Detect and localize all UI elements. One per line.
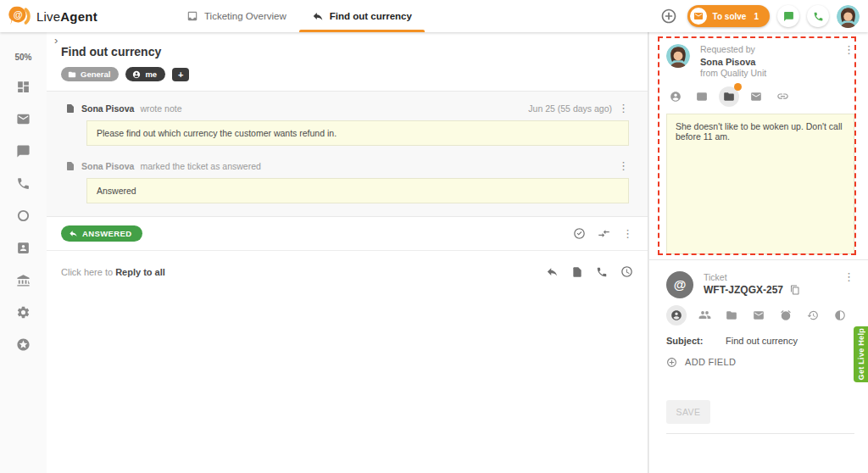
reply-icon (312, 10, 324, 22)
tag-me[interactable]: me (125, 67, 165, 81)
tab-card-icon[interactable] (693, 87, 711, 106)
clock-icon[interactable] (620, 265, 633, 278)
tab-ticketing-overview[interactable]: Ticketing Overview (174, 0, 299, 32)
topbar-actions: To solve 1 (658, 0, 860, 32)
tab-alarm-icon[interactable] (776, 306, 795, 325)
chat-button[interactable] (777, 5, 799, 27)
brand-live: Live (36, 9, 60, 24)
divider (666, 433, 854, 434)
entry-date: Jun 25 (55 days ago) (528, 103, 612, 114)
requester-header: Requested by Sona Pisova from Quality Un… (666, 44, 854, 80)
save-button[interactable]: SAVE (666, 400, 710, 424)
tab-person-icon[interactable] (666, 305, 687, 326)
tab-find-out-currency[interactable]: Find out currency (299, 0, 425, 32)
ticket-main-panel: › Find out currency General me + Sona Pi… (47, 32, 648, 473)
note-icon (65, 161, 75, 171)
tab-mail-icon[interactable] (747, 87, 765, 106)
ticket-avatar: @ (666, 271, 693, 298)
liveagent-logo[interactable]: @ LiveAgent (0, 5, 97, 27)
more-vert-icon[interactable]: ⋮ (843, 44, 854, 55)
circle-ring-icon[interactable] (16, 209, 31, 223)
more-vert-icon[interactable]: ⋮ (618, 103, 629, 114)
add-field-button[interactable]: ADD FIELD (666, 357, 854, 368)
tab-notes-icon[interactable] (722, 306, 741, 325)
star-circle-icon[interactable] (16, 337, 31, 352)
tag-label: me (145, 70, 157, 79)
to-solve-count: 1 (754, 12, 759, 21)
ticket-tabs (666, 305, 854, 326)
add-field-label: ADD FIELD (685, 357, 736, 367)
brand-text: LiveAgent (36, 9, 97, 24)
ticket-label: Ticket (704, 271, 800, 283)
more-vert-icon[interactable]: ⋮ (618, 160, 629, 171)
phone-button[interactable] (807, 5, 829, 27)
mail-icon (693, 11, 704, 21)
person-circle-icon (132, 70, 141, 79)
reply-actions (546, 265, 633, 278)
plus-circle-icon (660, 8, 677, 25)
notification-dot (734, 83, 742, 91)
phone-icon (813, 11, 824, 22)
contacts-icon[interactable] (16, 241, 31, 255)
bank-icon[interactable] (16, 273, 31, 287)
usage-percent: 50% (14, 53, 31, 62)
reply-to-all-row[interactable]: Click here to Reply to all (47, 251, 648, 292)
tab-mail-icon[interactable] (749, 306, 768, 325)
mail-icon[interactable] (16, 112, 31, 126)
tab-people-icon[interactable] (695, 306, 714, 325)
note-content: Answered (86, 178, 629, 203)
reply-icon (69, 229, 78, 238)
copy-icon[interactable] (790, 285, 800, 295)
ticket-code: WFT-JZQGX-257 (704, 283, 783, 297)
envelope-circle (690, 8, 707, 25)
tab-person-icon[interactable] (666, 87, 685, 106)
entry-action: wrote note (140, 103, 181, 114)
more-vert-icon[interactable]: ⋮ (843, 271, 854, 282)
subject-label: Subject: (666, 336, 726, 346)
dashboard-icon[interactable] (16, 80, 31, 94)
check-circle-icon[interactable] (573, 227, 586, 240)
add-tag-button[interactable]: + (172, 68, 189, 81)
tab-link-icon[interactable] (773, 87, 792, 106)
ticket-timeline: Sona Pisova wrote note Jun 25 (55 days a… (47, 91, 648, 217)
svg-text:@: @ (14, 9, 23, 19)
gear-icon[interactable] (16, 305, 31, 320)
tab-bar: Ticketing Overview Find out currency (174, 0, 425, 32)
requester-name[interactable]: Sona Pisova (700, 56, 766, 68)
plus-circle-icon (666, 357, 677, 368)
reply-icon[interactable] (546, 265, 559, 278)
requester-avatar[interactable] (666, 44, 690, 68)
requester-card: Requested by Sona Pisova from Quality Un… (649, 32, 868, 254)
contact-note[interactable]: She doesn't like to be woken up. Don't c… (666, 114, 854, 254)
to-solve-label: To solve (713, 12, 747, 21)
chat-icon (783, 11, 794, 22)
add-new-button[interactable] (658, 5, 680, 27)
tab-history-icon[interactable] (804, 306, 822, 325)
phone-icon[interactable] (596, 266, 608, 278)
tag-general[interactable]: General (61, 67, 119, 81)
requester-tabs (666, 86, 854, 107)
note-icon[interactable] (571, 266, 583, 278)
more-vert-icon[interactable]: ⋮ (622, 228, 633, 239)
transfer-icon[interactable] (598, 227, 610, 240)
reply-action: Reply to all (115, 267, 165, 277)
timeline-entry-header: Sona Pisova marked the ticket as answere… (65, 160, 629, 171)
tab-label: Ticketing Overview (204, 11, 287, 21)
expand-chevron-icon[interactable]: › (54, 34, 58, 47)
phone-icon[interactable] (16, 176, 31, 191)
status-actions: ⋮ (573, 227, 633, 240)
tab-notes-icon[interactable] (719, 86, 739, 107)
tab-contrast-icon[interactable] (831, 306, 849, 325)
get-live-help-tab[interactable]: Get Live Help (854, 326, 868, 382)
brand-agent: Agent (60, 9, 97, 24)
subject-value: Find out currency (726, 336, 798, 346)
tag-label: General (81, 70, 110, 79)
user-avatar[interactable] (837, 5, 860, 28)
note-content: Please find out which currency the custo… (86, 120, 629, 146)
answered-status-button[interactable]: ANSWERED (61, 225, 142, 242)
subject-row: Subject: Find out currency (666, 336, 854, 346)
to-solve-button[interactable]: To solve 1 (687, 5, 770, 27)
entry-author: Sona Pisova (81, 161, 134, 171)
chat-icon[interactable] (16, 144, 31, 159)
timeline-entry-header: Sona Pisova wrote note Jun 25 (55 days a… (65, 103, 629, 114)
